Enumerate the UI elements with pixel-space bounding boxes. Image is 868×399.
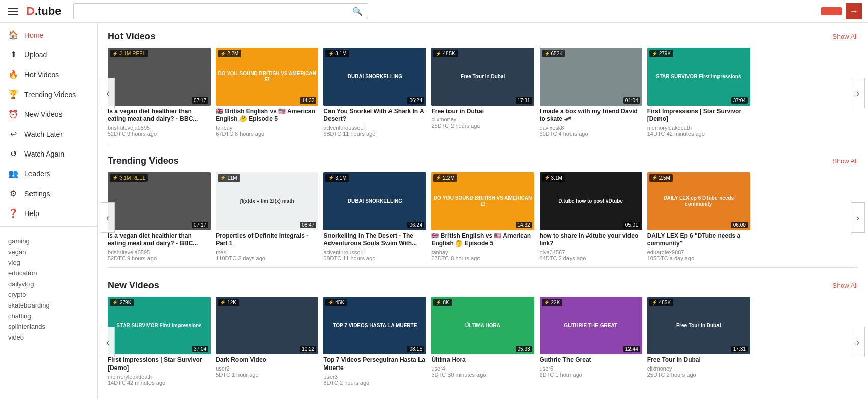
signin-icon[interactable]: → — [846, 3, 862, 19]
reel-badge: REEL — [132, 175, 145, 181]
view-count: 2.2M — [227, 51, 238, 56]
sidebar-item-watch-again[interactable]: ↺ Watch Again — [0, 144, 97, 164]
video-info: Is a vegan diet healthier than eating me… — [108, 106, 211, 139]
video-views-badge: ⚡279K — [110, 299, 134, 306]
video-thumbnail: ∫f(x)dx = lim Σf(x) math⚡11M08:47 — [216, 172, 318, 230]
video-thumbnail: ⚡3.1M REEL07:17 — [108, 172, 211, 230]
video-duration: 08:15 — [407, 346, 424, 352]
video-duration: 06:24 — [407, 97, 424, 104]
video-author: brishtiteveja0595 — [108, 249, 211, 255]
bolt-icon: ⚡ — [112, 51, 118, 56]
video-card[interactable]: ⚡12K10:22Dark Room Video user2 5DTC 1 ho… — [216, 297, 318, 388]
video-card[interactable]: Free Tour In Dubai⚡485K17:31Free tour in… — [431, 48, 534, 139]
view-count: 11M — [227, 175, 237, 181]
trending-tag-skateboarding[interactable]: skateboarding — [0, 300, 97, 311]
section-hot-videos: Hot Videos Show All‹⚡3.1M REEL07:17Is a … — [108, 31, 858, 143]
video-card[interactable]: DAILY LEX ep 6 DTube needs community⚡2.5… — [647, 172, 750, 263]
video-views-badge: ⚡485K — [433, 50, 457, 57]
arrow-right-new-videos[interactable]: › — [851, 327, 865, 357]
bolt-icon: ⚡ — [544, 300, 550, 305]
video-card[interactable]: DO YOU SOUND BRITISH VS AMERICAN E!⚡2.2M… — [216, 48, 318, 139]
video-card[interactable]: DUBAI SNORKELLING⚡3.1M06:24Can You Snork… — [323, 48, 426, 139]
video-grid-hot-videos: ⚡3.1M REEL07:17Is a vegan diet healthier… — [108, 48, 858, 139]
video-title: DAILY LEX Ep 6 "DTube needs a community" — [647, 232, 750, 248]
video-card[interactable]: ∫f(x)dx = lim Σf(x) math⚡11M08:47Propert… — [216, 172, 318, 263]
sidebar-item-watch-later[interactable]: ↩ Watch Later — [0, 124, 97, 144]
video-card[interactable]: ⚡3.1M REEL07:17Is a vegan diet healthier… — [108, 48, 211, 139]
video-thumbnail: ⚡12K10:22 — [216, 297, 318, 355]
sidebar-item-hot-videos[interactable]: 🔥 Hot Videos — [0, 65, 97, 84]
sidebar-label-help: Help — [24, 209, 39, 218]
topnav-left: D.tube — [6, 5, 67, 18]
video-thumbnail: D.tube how to post #Dtube⚡3.1M05:01 — [540, 172, 642, 230]
trending-tag-gaming[interactable]: gaming — [0, 236, 97, 247]
video-thumbnail: GUTHRIE THE GREAT⚡22K12:44 — [540, 297, 642, 355]
bolt-icon: ⚡ — [328, 300, 334, 305]
arrow-left-new-videos[interactable]: ‹ — [101, 327, 115, 357]
view-count: 2.2M — [443, 175, 454, 181]
view-count: 3.1M — [119, 51, 131, 56]
sidebar-icon-settings: ⚙ — [8, 189, 18, 198]
video-views-badge: ⚡22K — [542, 299, 563, 306]
video-card[interactable]: Free Tour In Dubai⚡485K17:31Free Tour In… — [647, 297, 750, 388]
show-all-new-videos[interactable]: Show All — [832, 282, 858, 289]
show-all-trending-videos[interactable]: Show All — [832, 157, 858, 165]
login-button[interactable] — [821, 7, 842, 15]
arrow-right-trending-videos[interactable]: › — [851, 202, 865, 233]
sidebar-item-new-videos[interactable]: ⏰ New Videos — [0, 104, 97, 124]
arrow-left-hot-videos[interactable]: ‹ — [101, 78, 115, 108]
trending-tag-splinterlands[interactable]: splinterlands — [0, 321, 97, 332]
video-card[interactable]: DO YOU SOUND BRITISH VS AMERICAN E!⚡2.2M… — [431, 172, 534, 263]
video-duration: 05:01 — [623, 222, 640, 228]
video-card[interactable]: STAR SURVIVOR First Impressions⚡279K37:0… — [108, 297, 211, 388]
video-title: 🇬🇧 British English vs 🇺🇸 American Englis… — [216, 108, 318, 124]
video-thumbnail: TOP 7 VIDEOS HASTA LA MUERTE⚡45K08:15 — [323, 297, 426, 355]
trending-tag-crypto[interactable]: crypto — [0, 289, 97, 300]
video-card[interactable]: ⚡3.1M REEL07:17Is a vegan diet healthier… — [108, 172, 211, 263]
video-duration: 14:32 — [516, 222, 532, 228]
video-card[interactable]: TOP 7 VIDEOS HASTA LA MUERTE⚡45K08:15Top… — [323, 297, 426, 388]
sidebar-icon-home: 🏠 — [8, 30, 18, 40]
sidebar-item-upload[interactable]: ⬆ Upload — [0, 45, 97, 65]
video-card[interactable]: D.tube how to post #Dtube⚡3.1M05:01how t… — [540, 172, 642, 263]
sidebar-item-settings[interactable]: ⚙ Settings — [0, 183, 97, 203]
video-card[interactable]: GUTHRIE THE GREAT⚡22K12:44Guthrie The Gr… — [540, 297, 642, 388]
trending-tag-chatting[interactable]: chatting — [0, 311, 97, 321]
video-title: First Impressions | Star Survivor [Demo] — [647, 108, 750, 124]
section-header-new-videos: New Videos Show All — [108, 280, 858, 291]
video-card[interactable]: ÚLTIMA HORA⚡8K05:33Última Hora user4 3DT… — [431, 297, 534, 388]
sidebar-item-help[interactable]: ❓ Help — [0, 203, 97, 223]
video-meta: 105DTC a day ago — [647, 255, 750, 261]
sidebar-item-leaders[interactable]: 👥 Leaders — [0, 164, 97, 183]
trending-tag-vegan[interactable]: vegan — [0, 247, 97, 257]
trending-tag-dailyvlog[interactable]: dailyvlog — [0, 279, 97, 289]
bolt-icon: ⚡ — [436, 51, 441, 56]
video-duration: 06:00 — [731, 222, 748, 228]
sidebar-label-new-videos: New Videos — [24, 110, 62, 118]
bolt-icon: ⚡ — [220, 175, 226, 180]
trending-tag-vlog[interactable]: vlog — [0, 257, 97, 268]
arrow-right-hot-videos[interactable]: › — [851, 78, 865, 108]
video-thumbnail: DUBAI SNORKELLING⚡3.1M06:24 — [323, 172, 426, 230]
video-author: adventuroussoul — [323, 125, 426, 131]
sidebar-item-home[interactable]: 🏠 Home — [0, 25, 97, 45]
arrow-left-trending-videos[interactable]: ‹ — [101, 202, 115, 233]
video-duration: 06:24 — [407, 222, 424, 228]
video-card[interactable]: ⚡652K01:04I made a box with my friend Da… — [540, 48, 642, 139]
video-card[interactable]: STAR SURVIVOR First Impressions⚡279K37:0… — [647, 48, 750, 139]
trending-tag-video[interactable]: video — [0, 332, 97, 343]
video-card[interactable]: DUBAI SNORKELLING⚡3.1M06:24Snorkelling I… — [323, 172, 426, 263]
video-info: DAILY LEX Ep 6 "DTube needs a community"… — [647, 230, 750, 263]
trending-tag-education[interactable]: education — [0, 268, 97, 279]
video-info: Free Tour In Dubai clixmoney 25DTC 2 hou… — [647, 354, 750, 380]
search-bar[interactable]: 🔍 — [73, 3, 368, 19]
show-all-hot-videos[interactable]: Show All — [832, 33, 858, 40]
hamburger-menu[interactable] — [6, 6, 20, 17]
bolt-icon: ⚡ — [652, 175, 657, 180]
search-input[interactable] — [79, 7, 352, 15]
content-area: Hot Videos Show All‹⚡3.1M REEL07:17Is a … — [98, 23, 868, 399]
video-views-badge: ⚡45K — [325, 299, 347, 306]
sidebar-label-watch-later: Watch Later — [24, 130, 63, 138]
sidebar-item-trending-videos[interactable]: 🏆 Trending Videos — [0, 84, 97, 104]
video-views-badge: ⚡3.1M REEL — [110, 174, 148, 182]
